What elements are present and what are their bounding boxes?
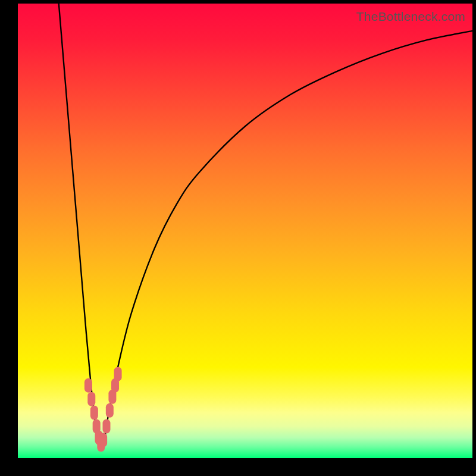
- highlight-marker: [90, 406, 98, 420]
- curve-layer: [18, 4, 472, 458]
- highlight-marker: [114, 367, 122, 381]
- highlight-marker: [99, 433, 107, 447]
- highlight-markers: [84, 367, 122, 452]
- highlight-marker: [84, 378, 92, 393]
- plot-area: TheBottleneck.com: [18, 4, 472, 458]
- bottleneck-curve-path: [59, 4, 472, 450]
- highlight-marker: [102, 419, 110, 434]
- highlight-marker: [106, 403, 114, 418]
- highlight-marker: [87, 392, 95, 406]
- chart-frame: TheBottleneck.com: [0, 0, 476, 476]
